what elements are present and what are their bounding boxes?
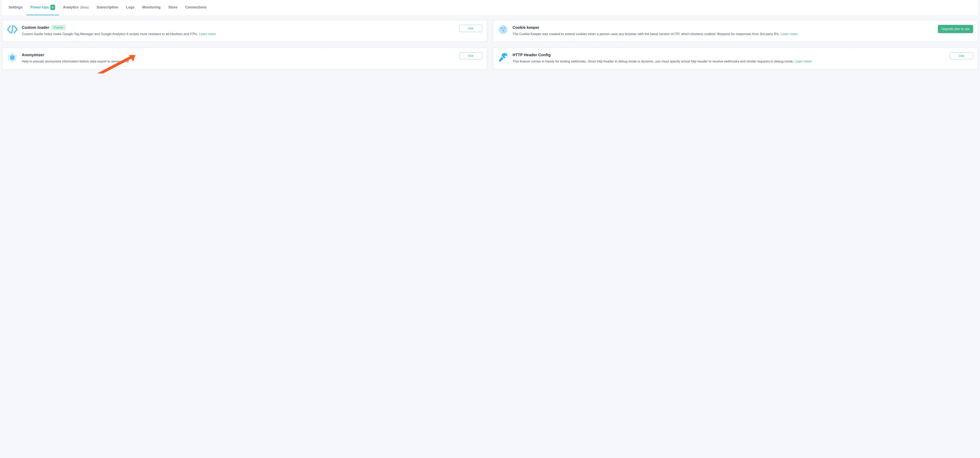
card-title: Cookie keeper [512, 24, 539, 30]
card-custom-loader: Custom loader Popular Custom loader help… [2, 20, 487, 42]
use-button[interactable]: Use [950, 52, 973, 59]
card-description: This feature comes in handy for testing … [512, 59, 947, 64]
hexagon-icon [6, 52, 18, 64]
svg-point-3 [504, 27, 505, 29]
code-icon [6, 24, 18, 36]
svg-point-1 [499, 25, 508, 34]
card-http-header-config: HTTP Header Config This feature comes in… [493, 48, 978, 69]
svg-point-4 [503, 30, 504, 32]
cards-grid: Custom loader Popular Custom loader help… [2, 20, 978, 70]
upgrade-button[interactable]: Upgrade plan to use [938, 25, 973, 33]
card-title: HTTP Header Config [512, 52, 550, 58]
card-description: Help to pseudo anonymize information bef… [22, 59, 456, 64]
learn-more-link[interactable]: Learn more [199, 32, 216, 36]
tab-monitoring[interactable]: Monitoring [138, 0, 164, 15]
tab-settings[interactable]: Settings [5, 0, 27, 15]
tab-label: Analytics [63, 5, 79, 10]
tab-analytics[interactable]: Analytics (Beta) [59, 0, 93, 15]
use-button[interactable]: Use [459, 52, 482, 59]
tabs-bar: Settings Power-Ups 6 Analytics (Beta) Su… [2, 0, 978, 15]
svg-line-0 [12, 26, 13, 33]
tab-suffix: (Beta) [80, 5, 89, 10]
learn-more-link[interactable]: Learn more [781, 32, 797, 36]
tab-power-ups[interactable]: Power-Ups 6 [27, 0, 59, 15]
use-button[interactable]: Use [459, 25, 482, 32]
cookie-icon [497, 24, 509, 36]
popular-badge: Popular [51, 25, 66, 30]
badge-count: 6 [50, 5, 55, 10]
card-cookie-keeper: Cookie keeper The Cookie Keeper was crea… [493, 20, 978, 42]
wrench-icon [497, 52, 509, 64]
tab-label: Logs [126, 5, 134, 10]
tab-store[interactable]: Store [164, 0, 181, 15]
svg-point-2 [501, 28, 503, 29]
tab-subscription[interactable]: Subscription [93, 0, 122, 15]
learn-more-link[interactable]: Learn more [795, 60, 811, 63]
tab-label: Power-Ups [30, 5, 49, 10]
card-anonymizer: Anonymizer Help to pseudo anonymize info… [2, 48, 487, 69]
tab-logs[interactable]: Logs [122, 0, 138, 15]
tab-label: Settings [9, 5, 22, 10]
tab-label: Connections [185, 5, 207, 10]
tab-label: Monitoring [142, 5, 161, 10]
tab-connections[interactable]: Connections [181, 0, 210, 15]
tab-label: Store [169, 5, 177, 10]
tab-label: Subscription [97, 5, 118, 10]
card-description: Custom loader helps make Google Tag Mana… [22, 32, 456, 36]
card-title: Anonymizer [22, 52, 44, 58]
card-title: Custom loader [22, 24, 49, 30]
card-description: The Cookie Keeper was created to extend … [512, 32, 934, 36]
